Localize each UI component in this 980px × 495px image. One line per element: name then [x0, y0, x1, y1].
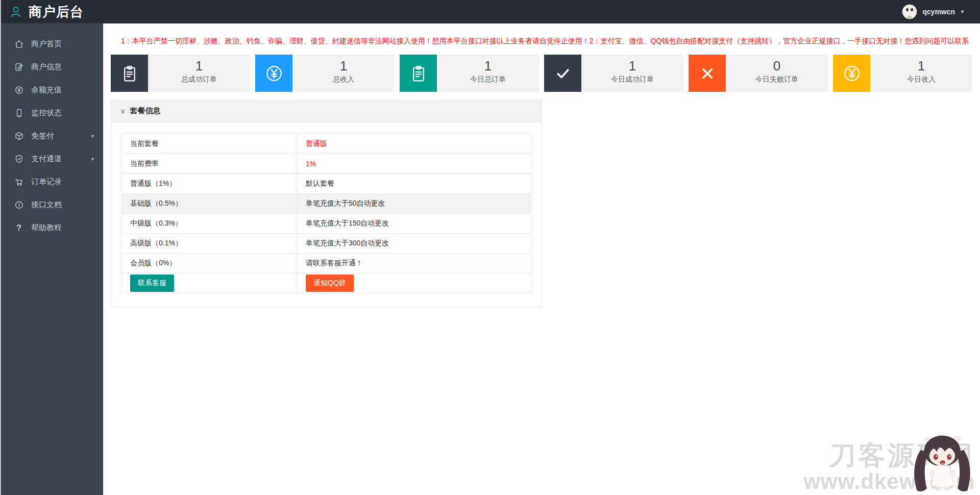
main-content: 1：本平台严禁一切淫秽、涉赌、政治、钓鱼、诈骗、理财、借贷、封建迷信等非法网站接…	[103, 23, 980, 495]
row-name: 中级版（0.3%）	[122, 214, 298, 234]
cart-icon	[14, 177, 24, 187]
clipboard-icon	[400, 55, 437, 92]
row-name: 基础版（0.5%）	[122, 194, 298, 214]
stat-value: 1	[581, 59, 683, 73]
stat-label: 今日收入	[870, 75, 972, 84]
sidebar-item-nosign-pay[interactable]: 免签付 ▼	[0, 125, 103, 147]
chibi-mascot-image	[904, 431, 980, 495]
sidebar-item-label: 接口文档	[31, 200, 62, 210]
table-row: 会员版（0%） 请联系客服开通！	[122, 254, 531, 274]
table-row: 高级版（0.1%） 单笔充值大于300自动更改	[122, 234, 531, 254]
row-name: 当前套餐	[122, 134, 298, 154]
row-value: 1%	[298, 154, 531, 174]
merchant-person-icon	[9, 5, 22, 18]
package-info-panel: ∨ 套餐信息 当前套餐 普通版 当前费率 1% 普通版（1%） 默认套餐 基础版…	[111, 100, 542, 307]
yen-circle-icon	[255, 55, 292, 92]
panel-header-toggle[interactable]: ∨ 套餐信息	[111, 100, 542, 122]
sidebar-item-balance-recharge[interactable]: 余额充值	[0, 79, 103, 102]
sidebar-item-help-tutorial[interactable]: ? 帮助教程	[0, 216, 103, 239]
table-row-actions: 联系客服 通知QQ群	[122, 274, 531, 293]
chevron-down-icon: ▼	[90, 157, 95, 162]
question-icon: ?	[14, 223, 24, 233]
row-value: 单笔充值大于150自动更改	[298, 214, 531, 234]
row-name: 普通版（1%）	[122, 174, 298, 194]
sidebar-item-label: 商户首页	[31, 39, 62, 49]
platform-notice-text: 1：本平台严禁一切淫秽、涉赌、政治、钓鱼、诈骗、理财、借贷、封建迷信等非法网站接…	[121, 37, 980, 46]
sidebar-item-api-docs[interactable]: 接口文档	[0, 193, 103, 216]
qq-group-notify-button[interactable]: 通知QQ群	[306, 275, 354, 292]
stat-value: 1	[148, 59, 250, 73]
stat-card-today-orders: 1 今日总订单	[400, 55, 539, 92]
row-value: 普通版	[298, 134, 531, 154]
stat-body: 1 今日收入	[870, 55, 972, 92]
yen-circle-icon	[833, 55, 870, 92]
sidebar-item-label: 支付通道	[31, 154, 62, 164]
table-row: 中级版（0.3%） 单笔充值大于150自动更改	[122, 214, 531, 234]
sidebar-item-label: 免签付	[31, 131, 54, 141]
row-name: 当前费率	[122, 154, 298, 174]
sidebar-item-merchant-home[interactable]: 商户首页	[0, 33, 103, 56]
sidebar-item-label: 订单记录	[31, 177, 62, 187]
row-name: 会员版（0%）	[122, 254, 298, 274]
panel-body: 当前套餐 普通版 当前费率 1% 普通版（1%） 默认套餐 基础版（0.5%） …	[111, 122, 542, 307]
row-value: 单笔充值大于50自动更改	[298, 194, 531, 214]
stat-card-today-success-orders: 1 今日成功订单	[544, 55, 683, 92]
app-title: 商户后台	[29, 3, 84, 21]
sidebar-item-payment-channel[interactable]: 支付通道 ▼	[0, 147, 103, 170]
cube-icon	[14, 131, 24, 141]
stat-card-today-failed-orders: 0 今日失败订单	[689, 55, 828, 92]
info-circle-icon	[14, 200, 24, 210]
row-name: 高级版（0.1%）	[122, 234, 298, 254]
stat-body: 1 今日总订单	[437, 55, 539, 92]
stat-card-today-income: 1 今日收入	[833, 55, 972, 92]
stat-label: 今日总订单	[437, 75, 539, 84]
sidebar-item-label: 余额充值	[31, 85, 62, 95]
chevron-down-icon: ∨	[120, 107, 126, 115]
qq-group-cell: 通知QQ群	[298, 274, 531, 293]
user-avatar	[902, 4, 917, 19]
stat-body: 1 总成功订单	[148, 55, 250, 92]
package-table: 当前套餐 普通版 当前费率 1% 普通版（1%） 默认套餐 基础版（0.5%） …	[121, 134, 531, 293]
edit-document-icon	[14, 62, 24, 72]
table-row: 基础版（0.5%） 单笔充值大于50自动更改	[122, 194, 531, 214]
sidebar-item-order-records[interactable]: 订单记录	[0, 170, 103, 193]
contact-support-button[interactable]: 联系客服	[130, 275, 174, 292]
chevron-down-icon: ▼	[90, 134, 95, 139]
stat-card-total-success-orders: 1 总成功订单	[111, 55, 250, 92]
home-icon	[14, 39, 24, 50]
close-icon	[689, 55, 726, 92]
table-row: 普通版（1%） 默认套餐	[122, 174, 531, 194]
stat-label: 总收入	[292, 75, 395, 84]
stat-label: 今日失败订单	[726, 75, 828, 84]
user-name: qcymwcn	[922, 8, 955, 16]
stat-value: 1	[437, 59, 539, 73]
stat-value: 1	[870, 59, 972, 73]
stat-body: 0 今日失败订单	[726, 55, 828, 92]
sidebar-item-label: 监控状态	[31, 108, 62, 118]
panel-title: 套餐信息	[130, 106, 161, 116]
yen-circle-icon	[14, 85, 24, 95]
check-icon	[544, 55, 581, 92]
sidebar-nav: 商户首页 商户信息 余额充值 监控状态 免签付	[0, 23, 103, 495]
sidebar-item-label: 商户信息	[31, 62, 62, 72]
row-value: 请联系客服开通！	[298, 254, 531, 274]
clipboard-icon	[111, 55, 148, 92]
sidebar-item-monitor-status[interactable]: 监控状态	[0, 102, 103, 125]
stat-label: 总成功订单	[148, 75, 250, 84]
table-row: 当前费率 1%	[122, 154, 531, 174]
top-header: 商户后台 qcymwcn ▼	[0, 0, 980, 23]
page-scroll-strip	[0, 0, 1, 495]
stat-body: 1 今日成功订单	[581, 55, 683, 92]
stats-cards-row: 1 总成功订单 1 总收入 1	[111, 55, 972, 92]
sidebar-item-merchant-info[interactable]: 商户信息	[0, 56, 103, 79]
table-row: 当前套餐 普通版	[122, 134, 531, 154]
stat-body: 1 总收入	[292, 55, 395, 92]
stat-label: 今日成功订单	[581, 75, 683, 84]
stat-value: 0	[726, 59, 828, 73]
user-menu[interactable]: qcymwcn ▼	[902, 4, 980, 19]
stat-value: 1	[292, 59, 395, 73]
row-value: 单笔充值大于300自动更改	[298, 234, 531, 254]
app-logo[interactable]: 商户后台	[0, 3, 84, 21]
sidebar-item-label: 帮助教程	[31, 223, 62, 233]
contact-support-cell: 联系客服	[122, 274, 298, 293]
